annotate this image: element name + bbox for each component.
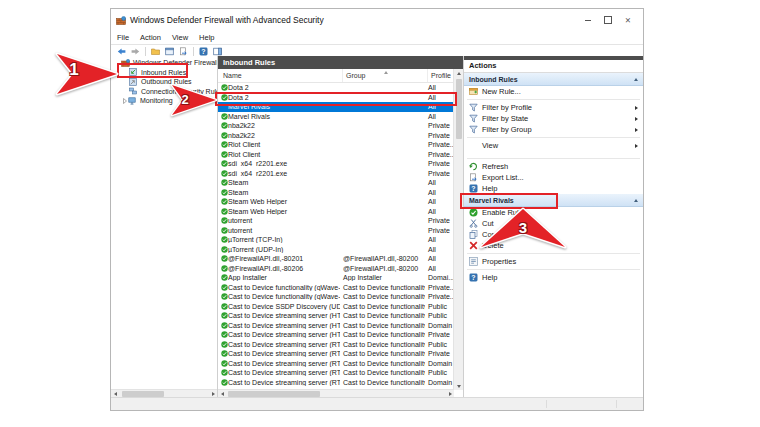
rule-enabled-icon — [218, 379, 228, 386]
action-filter-by-group[interactable]: Filter by Group — [464, 124, 643, 135]
rule-row[interactable]: utorrentPrivate — [218, 226, 454, 236]
rule-row[interactable]: Cast to Device functionality (qWave-TCP.… — [218, 283, 454, 293]
forward-button[interactable] — [130, 46, 141, 56]
separator — [467, 158, 640, 159]
rule-row[interactable]: sdi_x64_r2201.exePrivate — [218, 159, 454, 169]
show-window-button[interactable] — [164, 46, 175, 56]
collapse-icon[interactable] — [634, 199, 638, 202]
rule-row[interactable]: Marvel RivalsAll — [218, 112, 454, 122]
expand-chevron-icon[interactable] — [121, 98, 128, 104]
menu-help[interactable]: Help — [199, 33, 214, 42]
menu-view[interactable]: View — [172, 33, 188, 42]
tree-item-label: Monitoring — [140, 97, 173, 104]
rule-row[interactable]: @FirewallAPI.dll,-80201@FirewallAPI.dll,… — [218, 254, 454, 264]
show-action-pane-button[interactable] — [212, 46, 223, 56]
rule-profile: All — [425, 84, 454, 91]
action-help[interactable]: ?Help — [464, 272, 643, 283]
none-icon — [469, 141, 478, 150]
rule-enabled-icon — [218, 151, 228, 158]
rule-row[interactable]: nba2k22Private — [218, 121, 454, 131]
scroll-up-icon[interactable] — [454, 69, 463, 77]
rule-row[interactable]: Steam Web HelperAll — [218, 207, 454, 217]
action-new-rule[interactable]: New Rule... — [464, 86, 643, 97]
rule-profile: Private — [425, 331, 454, 338]
maximize-button[interactable] — [598, 12, 618, 28]
column-headers: Name Group Profile — [218, 69, 463, 83]
help-icon: ? — [199, 47, 208, 56]
rule-row[interactable]: Cast to Device streaming server (RTCP-St… — [218, 359, 454, 369]
action-view[interactable]: View — [464, 140, 643, 151]
minimize-button[interactable] — [578, 12, 598, 28]
rule-row[interactable]: nba2k22Private — [218, 131, 454, 141]
rule-row[interactable]: Cast to Device streaming server (RTSP-St… — [218, 368, 454, 378]
submenu-arrow-icon — [635, 117, 638, 121]
column-header-profile[interactable]: Profile — [428, 69, 454, 82]
rule-profile: Domain — [425, 379, 454, 386]
rule-enabled-icon — [218, 274, 228, 281]
rule-row[interactable]: µTorrent (TCP-In)All — [218, 235, 454, 245]
rule-group: Cast to Device functionality — [340, 331, 425, 338]
rule-profile: All — [425, 113, 454, 120]
rule-row[interactable]: Cast to Device functionality (qWave-UDP.… — [218, 292, 454, 302]
rule-name: Cast to Device streaming server (HTTP-St… — [228, 331, 340, 338]
rule-row[interactable]: Cast to Device streaming server (HTTP-St… — [218, 321, 454, 331]
rule-row[interactable]: µTorrent (UDP-In)All — [218, 245, 454, 255]
rule-row[interactable]: utorrentPrivate — [218, 216, 454, 226]
rule-row[interactable]: Cast to Device streaming server (RTCP-St… — [218, 340, 454, 350]
collapse-icon[interactable] — [634, 78, 638, 81]
action-refresh[interactable]: Refresh — [464, 161, 643, 172]
action-label: Properties — [482, 257, 516, 266]
submenu-arrow-icon — [635, 106, 638, 110]
action-label: Filter by Profile — [482, 103, 532, 112]
export-list-button[interactable] — [178, 46, 189, 56]
actions-section-header[interactable]: Inbound Rules — [464, 73, 643, 86]
column-header-group[interactable]: Group — [343, 69, 428, 82]
rule-name: App Installer — [228, 274, 340, 281]
rule-name: Riot Client — [228, 151, 340, 158]
scroll-down-icon[interactable] — [454, 382, 463, 390]
rule-row[interactable]: Steam Web HelperAll — [218, 197, 454, 207]
rule-name: Cast to Device streaming server (RTSP-St… — [228, 379, 340, 386]
column-header-name[interactable]: Name — [218, 69, 343, 82]
rule-group: Cast to Device functionality — [340, 341, 425, 348]
rule-row[interactable]: App InstallerApp InstallerDomai... — [218, 273, 454, 283]
rule-enabled-icon — [218, 217, 228, 224]
rule-row[interactable]: SteamAll — [218, 188, 454, 198]
rule-profile: Private... — [425, 293, 454, 300]
console-tree-icon — [151, 47, 160, 56]
rule-enabled-icon — [218, 369, 228, 376]
list-vertical-scrollbar[interactable] — [453, 69, 463, 390]
menu-action[interactable]: Action — [140, 33, 161, 42]
close-button[interactable] — [618, 12, 638, 28]
scrollbar-thumb[interactable] — [456, 79, 462, 139]
rule-row[interactable]: Riot ClientPrivate... — [218, 140, 454, 150]
title-bar: Windows Defender Firewall with Advanced … — [111, 9, 643, 31]
rule-row[interactable]: Cast to Device streaming server (HTTP-St… — [218, 330, 454, 340]
close-icon — [625, 16, 631, 25]
rule-row[interactable]: Cast to Device streaming server (RTSP-St… — [218, 378, 454, 388]
rule-profile: Private — [425, 170, 454, 177]
show-console-tree-button[interactable] — [150, 46, 161, 56]
help-icon: ? — [469, 184, 478, 193]
rule-row[interactable]: Cast to Device streaming server (HTTP-St… — [218, 311, 454, 321]
rule-name: Riot Client — [228, 141, 340, 148]
annotation-box-inbound-rules — [117, 63, 188, 78]
action-export-list[interactable]: Export List... — [464, 172, 643, 183]
help-button[interactable]: ? — [198, 46, 209, 56]
rule-profile: All — [425, 236, 454, 243]
action-label: Help — [482, 273, 497, 282]
rule-row[interactable]: sdi_x64_r2201.exePrivate — [218, 169, 454, 179]
rule-row[interactable]: Cast to Device streaming server (RTCP-St… — [218, 349, 454, 359]
properties-icon — [469, 257, 478, 266]
rule-row[interactable]: SteamAll — [218, 178, 454, 188]
menu-file[interactable]: File — [117, 33, 129, 42]
action-label: Filter by State — [482, 114, 528, 123]
action-filter-by-profile[interactable]: Filter by Profile — [464, 102, 643, 113]
rule-name: Cast to Device streaming server (RTCP-St… — [228, 341, 340, 348]
action-filter-by-state[interactable]: Filter by State — [464, 113, 643, 124]
rule-row[interactable]: @FirewallAPI.dll,-80206@FirewallAPI.dll,… — [218, 264, 454, 274]
rule-name: Cast to Device streaming server (RTCP-St… — [228, 350, 340, 357]
rule-row[interactable]: Cast to Device SSDP Discovery (UDP-In)Ca… — [218, 302, 454, 312]
rule-row[interactable]: Riot ClientPrivate... — [218, 150, 454, 160]
action-properties[interactable]: Properties — [464, 256, 643, 267]
